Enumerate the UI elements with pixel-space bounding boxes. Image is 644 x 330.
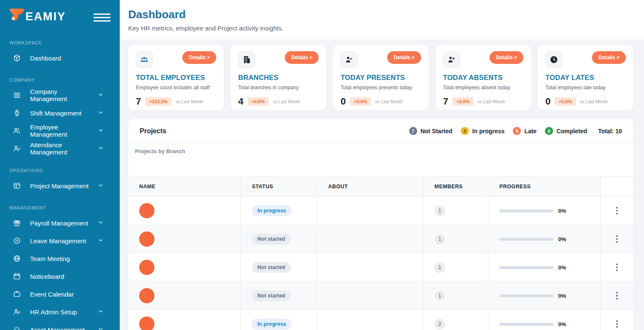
change-badge: +0.0% <box>248 97 269 106</box>
col-header-about: ABOUT <box>317 177 424 197</box>
sidebar-item-label: Dashboard <box>30 55 61 62</box>
chevron-down-icon[interactable] <box>98 182 104 190</box>
sidebar-item-noticeboard[interactable]: Noticeboard <box>0 267 120 285</box>
sidebar-item-shift-management[interactable]: Shift Management <box>0 104 120 122</box>
page-header: Dashboard Key HR metrics, employee and P… <box>120 0 644 39</box>
details-button[interactable]: Details > <box>182 51 216 64</box>
chevron-down-icon[interactable] <box>98 237 104 245</box>
main-content: Dashboard Key HR metrics, employee and P… <box>120 0 644 330</box>
sidebar-item-label: HR Admin Setup <box>30 308 77 316</box>
legend-not-started: 7 Not Started <box>409 127 452 135</box>
sidebar-item-leave-management[interactable]: Leave Management <box>0 232 120 250</box>
hamburger-menu-icon[interactable] <box>94 12 110 22</box>
kebab-menu-icon[interactable] <box>616 320 618 322</box>
table-row[interactable]: In progress 1 0% <box>128 197 633 225</box>
sidebar-item-event-calendar[interactable]: Event Calendar <box>0 285 120 303</box>
sidebar-item-dashboard[interactable]: Dashboard <box>0 49 120 67</box>
people-icon <box>13 126 21 135</box>
building-icon <box>238 51 255 68</box>
compare-label: vs Last Month <box>580 99 608 104</box>
kebab-menu-icon[interactable] <box>616 292 618 294</box>
sidebar-item-label: Leave Management <box>30 237 86 245</box>
card-subtitle: Total employees absent today <box>443 85 523 91</box>
stat-card-today-lates: Details > TODAY LATES Total employees la… <box>538 45 633 110</box>
table-row[interactable]: Not started 1 0% <box>128 225 633 253</box>
members-count: 1 <box>435 206 445 216</box>
details-button[interactable]: Details > <box>285 51 319 64</box>
col-header-status: STATUS <box>241 177 317 197</box>
card-subtitle: Employee count includes all staff <box>136 85 216 91</box>
page-title: Dashboard <box>128 8 633 21</box>
sidebar-item-project-management[interactable]: Project Management <box>0 177 120 195</box>
compare-label: vs Last Month <box>273 99 300 104</box>
sidebar-item-asset-management[interactable]: Asset Management <box>0 321 120 330</box>
status-badge: Not started <box>252 262 291 273</box>
kebab-menu-icon[interactable] <box>616 207 618 209</box>
sidebar-item-payroll-management[interactable]: Payroll Management <box>0 214 120 232</box>
status-count-badge: 9 <box>513 127 521 135</box>
projects-by-branch-label: Projects by Branch <box>128 143 633 154</box>
table-row[interactable]: Not started 1 0% <box>128 253 633 282</box>
sidebar-item-team-meeting[interactable]: Team Meeting <box>0 250 120 267</box>
table-body: In progress 1 0% Not started 1 0% <box>128 197 633 330</box>
members-count: 1 <box>435 234 445 245</box>
members-count: 1 <box>435 291 445 301</box>
chevron-down-icon[interactable] <box>98 326 104 330</box>
about-cell <box>317 197 424 225</box>
sidebar-item-attendance-management[interactable]: Attendance Management <box>0 140 120 157</box>
kebab-menu-icon[interactable] <box>616 235 618 237</box>
person-x-icon <box>443 51 460 68</box>
chevron-down-icon[interactable] <box>98 110 104 117</box>
status-legend: 7 Not Started 3 In progress 9 Late 0 Com… <box>409 127 587 135</box>
lines-icon <box>13 91 21 99</box>
card-value: 7 <box>443 96 448 107</box>
sidebar-item-employee-management[interactable]: Employee Management <box>0 122 120 140</box>
progress-bar <box>499 238 553 241</box>
chart-placeholder <box>128 154 633 176</box>
chevron-down-icon[interactable] <box>98 92 104 99</box>
chevron-down-icon[interactable] <box>98 308 104 316</box>
globe-icon <box>13 254 21 263</box>
chevron-down-icon[interactable] <box>98 220 104 227</box>
sidebar-item-hr-admin-setup[interactable]: HR Admin Setup <box>0 303 120 321</box>
person-plus-icon <box>13 308 21 316</box>
table-header-row: NAME STATUS ABOUT MEMBERS PROGRESS <box>128 177 633 197</box>
sidebar-item-company-management[interactable]: Company Management <box>0 86 120 104</box>
sidebar-item-label: Payroll Management <box>30 220 88 227</box>
project-avatar <box>139 316 154 330</box>
sidebar-item-label: Team Meeting <box>30 255 70 262</box>
chevron-down-icon[interactable] <box>98 145 104 152</box>
col-header-name: NAME <box>128 177 241 197</box>
project-avatar <box>139 203 154 218</box>
sidebar-item-label: Project Management <box>30 182 88 190</box>
sidebar-item-label: Asset Management <box>30 326 85 330</box>
sidebar-item-label: Employee Management <box>30 124 89 138</box>
details-button[interactable]: Details > <box>490 51 523 64</box>
section-label-workspace: WORKSPACE <box>0 40 120 45</box>
card-title: TODAY ABSENTS <box>443 74 523 82</box>
details-button[interactable]: Details > <box>592 51 626 64</box>
chevron-down-icon[interactable] <box>98 127 104 135</box>
table-row[interactable]: In progress 2 0% <box>128 310 633 330</box>
table-row[interactable]: - Not started 1 0% <box>128 282 633 310</box>
card-title: TOTAL EMPLOYEES <box>136 74 216 82</box>
sidebar-item-label: Attendance Management <box>30 141 89 156</box>
card-value: 7 <box>136 96 141 107</box>
sidebar-header: EAMIY <box>0 0 120 30</box>
stat-card-today-presents: Details > TODAY PRESENTS Total employees… <box>333 45 429 110</box>
col-header-actions <box>601 177 633 197</box>
watch-icon <box>13 109 21 117</box>
card-title: BRANCHES <box>238 74 319 82</box>
progress-bar <box>499 294 553 297</box>
about-cell <box>317 310 424 330</box>
col-header-progress: PROGRESS <box>488 177 601 197</box>
projects-total: Total: 10 <box>598 128 622 135</box>
stat-card-total-employees: Details > TOTAL EMPLOYEES Employee count… <box>128 45 224 110</box>
status-badge: In progress <box>252 319 292 330</box>
kebab-menu-icon[interactable] <box>616 264 618 265</box>
project-avatar <box>139 260 154 275</box>
legend-completed: 0 Completed <box>545 127 587 135</box>
change-badge: +0.0% <box>452 97 473 106</box>
section-label-company: COMPANY <box>0 77 120 82</box>
details-button[interactable]: Details > <box>387 51 421 64</box>
